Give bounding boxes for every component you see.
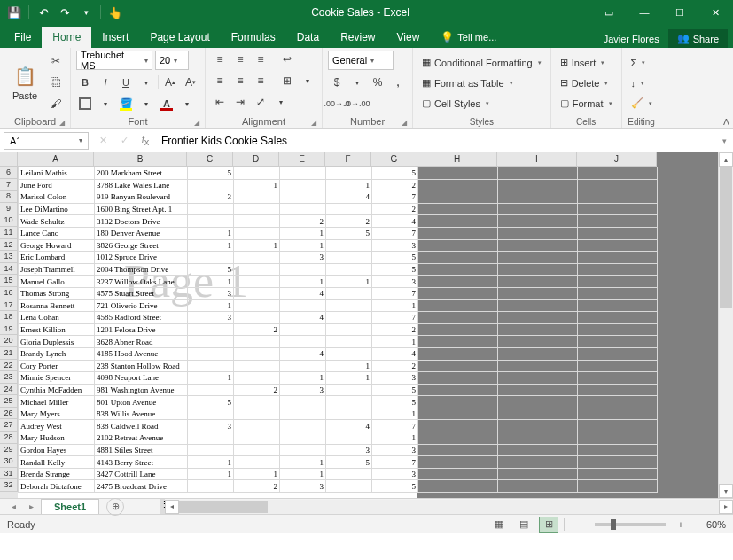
scroll-up-icon[interactable]: ▴ — [719, 152, 733, 167]
cell[interactable] — [280, 167, 326, 180]
cell[interactable] — [418, 468, 498, 480]
cell[interactable] — [234, 252, 280, 264]
cell[interactable]: 4 — [280, 312, 326, 324]
cell[interactable]: 5 — [372, 384, 418, 396]
ribbon-display-icon[interactable]: ▭ — [591, 0, 627, 25]
cell[interactable] — [326, 287, 372, 299]
cell[interactable] — [498, 408, 578, 420]
cell[interactable]: Brandy Lynch — [19, 347, 95, 360]
cell[interactable] — [234, 299, 280, 312]
row-header[interactable]: 7 — [0, 179, 18, 191]
row-header[interactable]: 12 — [0, 239, 18, 252]
tab-review[interactable]: Review — [330, 27, 386, 48]
cell[interactable]: Wade Schultz — [19, 215, 95, 228]
cell[interactable]: 3 — [372, 276, 418, 288]
cell[interactable]: Joseph Trammell — [19, 263, 95, 276]
clipboard-dialog-icon[interactable]: ◢ — [59, 119, 65, 127]
merge-center-icon[interactable]: ⊞ — [278, 72, 296, 89]
cell[interactable] — [498, 203, 578, 215]
cell[interactable]: Mary Myers — [19, 408, 95, 420]
align-middle-icon[interactable]: ≡ — [231, 51, 249, 68]
cell[interactable]: 1 — [188, 372, 234, 385]
page-layout-view-icon[interactable]: ▤ — [514, 517, 534, 533]
collapse-ribbon-icon[interactable]: ᐱ — [723, 117, 729, 127]
cell[interactable] — [578, 468, 658, 480]
cell[interactable]: 2 — [234, 323, 280, 336]
cell[interactable]: June Ford — [19, 179, 95, 191]
sheet-tab-1[interactable]: Sheet1 — [41, 499, 99, 514]
cell[interactable] — [418, 276, 498, 288]
cell[interactable] — [326, 384, 372, 396]
cell[interactable]: 1 — [326, 372, 372, 385]
cell[interactable] — [418, 360, 498, 372]
cell[interactable]: Randall Kelly — [19, 456, 95, 469]
row-headers[interactable]: 6789101112131415161718192021222324252627… — [0, 167, 18, 498]
column-header[interactable]: I — [497, 152, 577, 167]
row-header[interactable]: 8 — [0, 191, 18, 203]
cell[interactable]: 3 — [188, 191, 234, 204]
tab-nav-next-icon[interactable]: ▸ — [23, 502, 39, 511]
cell[interactable]: 4585 Radford Street — [95, 312, 188, 324]
cell[interactable] — [326, 252, 372, 264]
cell[interactable]: Deborah Dictafone — [19, 480, 95, 493]
autosum-button[interactable]: Σ▾ — [628, 54, 656, 72]
align-center-icon[interactable]: ≡ — [231, 72, 249, 89]
cell[interactable]: Leilani Mathis — [19, 167, 95, 180]
cell[interactable] — [498, 252, 578, 264]
row-header[interactable]: 28 — [0, 432, 18, 444]
cell[interactable] — [280, 420, 326, 432]
cell[interactable]: 1 — [280, 372, 326, 385]
cell[interactable] — [498, 276, 578, 288]
zoom-out-icon[interactable]: − — [570, 517, 589, 533]
cell[interactable]: 2 — [372, 360, 418, 372]
cell[interactable]: 5 — [326, 456, 372, 469]
cell[interactable] — [280, 179, 326, 191]
cell[interactable] — [280, 396, 326, 408]
increase-decimal-icon[interactable]: .00→.0 — [328, 95, 346, 113]
cell[interactable]: 1 — [372, 336, 418, 348]
cell[interactable] — [498, 215, 578, 228]
row-header[interactable]: 17 — [0, 299, 18, 312]
select-all-corner[interactable] — [0, 152, 18, 167]
cell[interactable]: 3237 Willow Oaks Lane — [95, 276, 188, 288]
cell[interactable] — [418, 480, 498, 493]
cell[interactable] — [188, 432, 234, 445]
cell[interactable] — [578, 396, 658, 408]
cell[interactable]: Ernest Killion — [19, 323, 95, 336]
cell[interactable]: 838 Willis Avenue — [95, 408, 188, 420]
cell[interactable]: 1 — [372, 432, 418, 445]
cell[interactable] — [280, 432, 326, 445]
row-header[interactable]: 27 — [0, 419, 18, 432]
cell[interactable]: 7 — [372, 312, 418, 324]
cell[interactable]: 200 Markham Street — [95, 167, 188, 180]
cell[interactable] — [498, 420, 578, 432]
align-left-icon[interactable]: ≡ — [211, 72, 229, 89]
cell[interactable]: Lena Cohan — [19, 312, 95, 324]
redo-icon[interactable]: ↷ — [58, 5, 72, 19]
tell-me[interactable]: 💡 Tell me... — [430, 27, 507, 48]
cell[interactable] — [234, 203, 280, 215]
cell[interactable] — [234, 432, 280, 445]
cell[interactable]: 919 Banyan Boulevard — [95, 191, 188, 204]
cell[interactable] — [418, 432, 498, 445]
cell[interactable]: 7 — [372, 227, 418, 239]
cell[interactable] — [326, 312, 372, 324]
signed-in-user[interactable]: Javier Flores — [595, 34, 668, 44]
cell[interactable]: 1 — [372, 299, 418, 312]
font-color-dropdown[interactable]: ▾ — [178, 95, 196, 113]
cell[interactable]: Mary Hudson — [19, 432, 95, 445]
column-header[interactable]: G — [371, 152, 417, 167]
font-name-combo[interactable]: Trebuchet MS▾ — [76, 51, 152, 70]
cell[interactable] — [234, 227, 280, 239]
column-header[interactable]: D — [233, 152, 279, 167]
number-dialog-icon[interactable]: ◢ — [402, 119, 407, 127]
cell[interactable]: 1 — [234, 239, 280, 252]
cell[interactable]: 1 — [326, 179, 372, 191]
cell[interactable] — [418, 252, 498, 264]
row-header[interactable]: 19 — [0, 323, 18, 336]
cell[interactable] — [498, 191, 578, 204]
close-icon[interactable]: ✕ — [698, 0, 733, 25]
tab-page-layout[interactable]: Page Layout — [139, 27, 220, 48]
cell[interactable] — [234, 420, 280, 432]
cell[interactable] — [188, 384, 234, 396]
